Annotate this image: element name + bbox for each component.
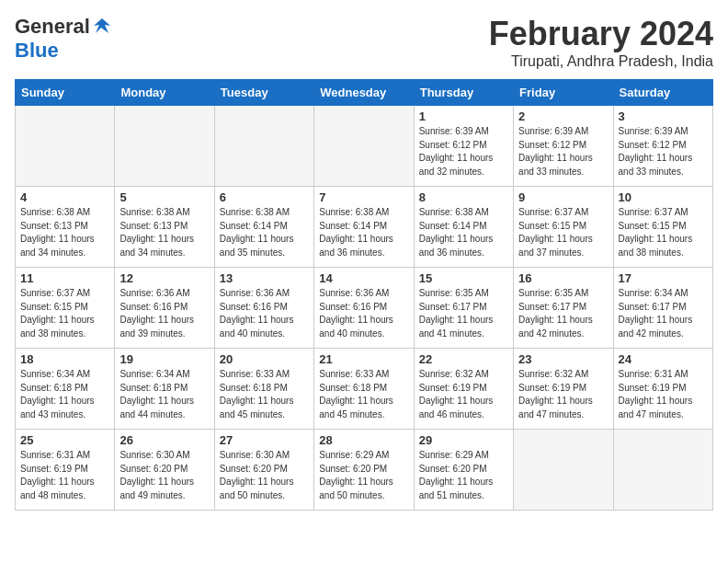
calendar-table: SundayMondayTuesdayWednesdayThursdayFrid… bbox=[15, 79, 713, 511]
day-info: Sunrise: 6:38 AM Sunset: 6:14 PM Dayligh… bbox=[220, 206, 309, 259]
calendar-cell: 22 Sunrise: 6:32 AM Sunset: 6:19 PM Dayl… bbox=[414, 349, 513, 430]
calendar-cell bbox=[613, 430, 712, 511]
calendar-cell: 2 Sunrise: 6:39 AM Sunset: 6:12 PM Dayli… bbox=[514, 106, 613, 187]
week-row-1: 4 Sunrise: 6:38 AM Sunset: 6:13 PM Dayli… bbox=[16, 187, 713, 268]
weekday-header-friday: Friday bbox=[514, 80, 613, 106]
weekday-header-saturday: Saturday bbox=[613, 80, 712, 106]
day-info: Sunrise: 6:36 AM Sunset: 6:16 PM Dayligh… bbox=[119, 287, 209, 340]
day-info: Sunrise: 6:33 AM Sunset: 6:18 PM Dayligh… bbox=[319, 368, 408, 421]
day-number: 29 bbox=[419, 433, 508, 447]
calendar-cell: 7 Sunrise: 6:38 AM Sunset: 6:14 PM Dayli… bbox=[314, 187, 414, 268]
day-number: 22 bbox=[419, 352, 508, 366]
week-row-2: 11 Sunrise: 6:37 AM Sunset: 6:15 PM Dayl… bbox=[16, 268, 713, 349]
calendar-cell bbox=[115, 106, 214, 187]
weekday-header-thursday: Thursday bbox=[414, 80, 513, 106]
day-number: 25 bbox=[20, 433, 109, 447]
day-info: Sunrise: 6:29 AM Sunset: 6:20 PM Dayligh… bbox=[319, 449, 408, 502]
day-number: 1 bbox=[419, 109, 508, 123]
day-number: 10 bbox=[619, 190, 708, 204]
day-number: 3 bbox=[619, 109, 708, 123]
week-row-4: 25 Sunrise: 6:31 AM Sunset: 6:19 PM Dayl… bbox=[16, 430, 713, 511]
day-number: 19 bbox=[119, 352, 209, 366]
day-info: Sunrise: 6:36 AM Sunset: 6:16 PM Dayligh… bbox=[220, 287, 309, 340]
calendar-cell: 9 Sunrise: 6:37 AM Sunset: 6:15 PM Dayli… bbox=[514, 187, 613, 268]
day-info: Sunrise: 6:34 AM Sunset: 6:18 PM Dayligh… bbox=[119, 368, 209, 421]
day-number: 9 bbox=[518, 190, 608, 204]
day-number: 13 bbox=[220, 271, 309, 285]
calendar-cell: 13 Sunrise: 6:36 AM Sunset: 6:16 PM Dayl… bbox=[214, 268, 313, 349]
calendar-cell bbox=[514, 430, 613, 511]
day-info: Sunrise: 6:30 AM Sunset: 6:20 PM Dayligh… bbox=[119, 449, 209, 502]
calendar-cell: 8 Sunrise: 6:38 AM Sunset: 6:14 PM Dayli… bbox=[414, 187, 513, 268]
day-info: Sunrise: 6:35 AM Sunset: 6:17 PM Dayligh… bbox=[518, 287, 608, 340]
calendar-cell: 5 Sunrise: 6:38 AM Sunset: 6:13 PM Dayli… bbox=[115, 187, 214, 268]
calendar-cell: 12 Sunrise: 6:36 AM Sunset: 6:16 PM Dayl… bbox=[115, 268, 214, 349]
location-title: Tirupati, Andhra Pradesh, India bbox=[489, 53, 713, 70]
day-number: 20 bbox=[220, 352, 309, 366]
day-number: 14 bbox=[319, 271, 408, 285]
day-info: Sunrise: 6:29 AM Sunset: 6:20 PM Dayligh… bbox=[419, 449, 508, 502]
calendar-cell: 28 Sunrise: 6:29 AM Sunset: 6:20 PM Dayl… bbox=[314, 430, 414, 511]
week-row-0: 1 Sunrise: 6:39 AM Sunset: 6:12 PM Dayli… bbox=[16, 106, 713, 187]
weekday-header-wednesday: Wednesday bbox=[314, 80, 414, 106]
day-info: Sunrise: 6:34 AM Sunset: 6:18 PM Dayligh… bbox=[20, 368, 109, 421]
day-number: 26 bbox=[119, 433, 209, 447]
day-number: 4 bbox=[20, 190, 109, 204]
weekday-header-monday: Monday bbox=[115, 80, 214, 106]
calendar-cell: 16 Sunrise: 6:35 AM Sunset: 6:17 PM Dayl… bbox=[514, 268, 613, 349]
day-number: 27 bbox=[220, 433, 309, 447]
calendar-cell: 18 Sunrise: 6:34 AM Sunset: 6:18 PM Dayl… bbox=[16, 349, 115, 430]
day-number: 18 bbox=[20, 352, 109, 366]
logo-blue-text: Blue bbox=[15, 39, 59, 62]
day-info: Sunrise: 6:38 AM Sunset: 6:14 PM Dayligh… bbox=[419, 206, 508, 259]
title-area: February 2024 Tirupati, Andhra Pradesh, … bbox=[489, 15, 713, 70]
day-number: 7 bbox=[319, 190, 408, 204]
calendar-cell: 11 Sunrise: 6:37 AM Sunset: 6:15 PM Dayl… bbox=[16, 268, 115, 349]
day-number: 15 bbox=[419, 271, 508, 285]
day-info: Sunrise: 6:39 AM Sunset: 6:12 PM Dayligh… bbox=[518, 125, 608, 178]
day-info: Sunrise: 6:37 AM Sunset: 6:15 PM Dayligh… bbox=[20, 287, 109, 340]
weekday-header-tuesday: Tuesday bbox=[214, 80, 313, 106]
calendar-cell: 27 Sunrise: 6:30 AM Sunset: 6:20 PM Dayl… bbox=[214, 430, 313, 511]
calendar-cell: 26 Sunrise: 6:30 AM Sunset: 6:20 PM Dayl… bbox=[115, 430, 214, 511]
day-info: Sunrise: 6:34 AM Sunset: 6:17 PM Dayligh… bbox=[619, 287, 708, 340]
day-number: 11 bbox=[20, 271, 109, 285]
calendar-cell: 6 Sunrise: 6:38 AM Sunset: 6:14 PM Dayli… bbox=[214, 187, 313, 268]
day-number: 24 bbox=[619, 352, 708, 366]
day-info: Sunrise: 6:39 AM Sunset: 6:12 PM Dayligh… bbox=[419, 125, 508, 178]
calendar-cell: 4 Sunrise: 6:38 AM Sunset: 6:13 PM Dayli… bbox=[16, 187, 115, 268]
calendar-cell: 14 Sunrise: 6:36 AM Sunset: 6:16 PM Dayl… bbox=[314, 268, 414, 349]
day-info: Sunrise: 6:38 AM Sunset: 6:13 PM Dayligh… bbox=[119, 206, 209, 259]
day-number: 6 bbox=[220, 190, 309, 204]
day-info: Sunrise: 6:38 AM Sunset: 6:13 PM Dayligh… bbox=[20, 206, 109, 259]
calendar-cell: 21 Sunrise: 6:33 AM Sunset: 6:18 PM Dayl… bbox=[314, 349, 414, 430]
calendar-cell: 19 Sunrise: 6:34 AM Sunset: 6:18 PM Dayl… bbox=[115, 349, 214, 430]
day-info: Sunrise: 6:32 AM Sunset: 6:19 PM Dayligh… bbox=[419, 368, 508, 421]
logo-bird-icon bbox=[92, 17, 112, 37]
day-info: Sunrise: 6:32 AM Sunset: 6:19 PM Dayligh… bbox=[518, 368, 608, 421]
month-title: February 2024 bbox=[489, 15, 713, 53]
day-number: 17 bbox=[619, 271, 708, 285]
calendar-cell: 1 Sunrise: 6:39 AM Sunset: 6:12 PM Dayli… bbox=[414, 106, 513, 187]
day-info: Sunrise: 6:36 AM Sunset: 6:16 PM Dayligh… bbox=[319, 287, 408, 340]
day-info: Sunrise: 6:37 AM Sunset: 6:15 PM Dayligh… bbox=[619, 206, 708, 259]
calendar-cell: 3 Sunrise: 6:39 AM Sunset: 6:12 PM Dayli… bbox=[613, 106, 712, 187]
day-info: Sunrise: 6:39 AM Sunset: 6:12 PM Dayligh… bbox=[619, 125, 708, 178]
day-info: Sunrise: 6:38 AM Sunset: 6:14 PM Dayligh… bbox=[319, 206, 408, 259]
day-number: 21 bbox=[319, 352, 408, 366]
calendar-cell: 23 Sunrise: 6:32 AM Sunset: 6:19 PM Dayl… bbox=[514, 349, 613, 430]
day-number: 8 bbox=[419, 190, 508, 204]
svg-marker-0 bbox=[94, 18, 110, 33]
logo-general-text: General bbox=[15, 15, 90, 39]
day-info: Sunrise: 6:31 AM Sunset: 6:19 PM Dayligh… bbox=[619, 368, 708, 421]
day-number: 2 bbox=[518, 109, 608, 123]
calendar-cell bbox=[16, 106, 115, 187]
week-row-3: 18 Sunrise: 6:34 AM Sunset: 6:18 PM Dayl… bbox=[16, 349, 713, 430]
day-info: Sunrise: 6:35 AM Sunset: 6:17 PM Dayligh… bbox=[419, 287, 508, 340]
calendar-cell: 15 Sunrise: 6:35 AM Sunset: 6:17 PM Dayl… bbox=[414, 268, 513, 349]
header: General Blue February 2024 Tirupati, And… bbox=[15, 15, 713, 70]
calendar-cell bbox=[314, 106, 414, 187]
day-number: 5 bbox=[119, 190, 209, 204]
day-info: Sunrise: 6:31 AM Sunset: 6:19 PM Dayligh… bbox=[20, 449, 109, 502]
day-info: Sunrise: 6:33 AM Sunset: 6:18 PM Dayligh… bbox=[220, 368, 309, 421]
